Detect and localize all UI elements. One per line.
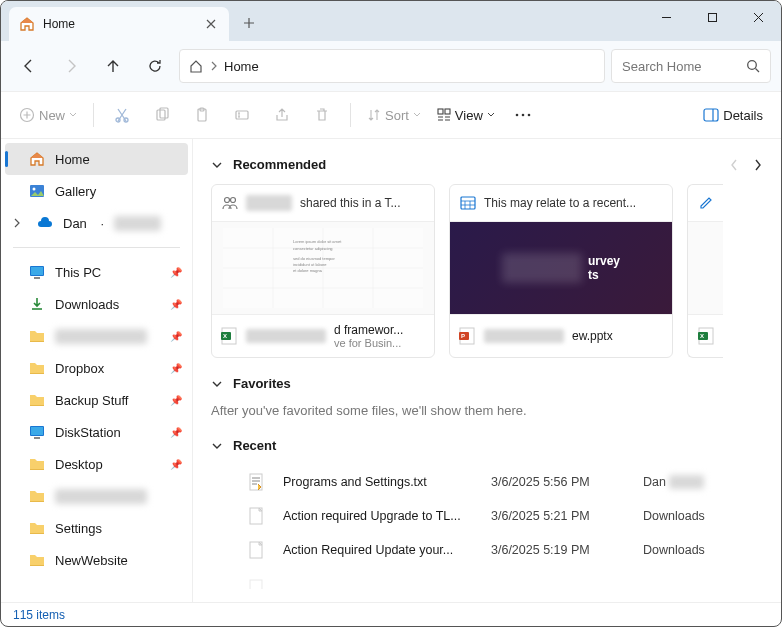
delete-button[interactable] bbox=[304, 98, 340, 132]
refresh-button[interactable] bbox=[137, 48, 173, 84]
sidebar-item-settings[interactable]: Settings bbox=[1, 512, 192, 544]
up-button[interactable] bbox=[95, 48, 131, 84]
folder-icon bbox=[29, 488, 45, 504]
search-icon bbox=[746, 59, 760, 73]
cut-button[interactable] bbox=[104, 98, 140, 132]
recommended-card[interactable]: shared this in a T... Lorem ipsum dolor … bbox=[211, 184, 435, 358]
pin-icon: 📌 bbox=[170, 427, 182, 438]
svg-point-1 bbox=[748, 61, 757, 70]
recent-file-row[interactable]: Action Required Update your... 3/6/2025 … bbox=[211, 533, 763, 567]
sidebar-item-this-pc[interactable]: This PC 📌 bbox=[1, 256, 192, 288]
chevron-down-icon[interactable] bbox=[211, 379, 223, 389]
svg-rect-19 bbox=[31, 267, 43, 275]
sidebar-item-desktop[interactable]: Desktop 📌 bbox=[1, 448, 192, 480]
redacted: x bbox=[669, 475, 703, 489]
recommended-card[interactable]: This may relate to a recent... urvey ts … bbox=[449, 184, 673, 358]
sidebar-item-downloads[interactable]: Downloads 📌 bbox=[1, 288, 192, 320]
doc-icon bbox=[247, 579, 271, 589]
carousel-prev-button[interactable] bbox=[729, 158, 739, 172]
doc-icon bbox=[247, 541, 271, 559]
svg-text:X: X bbox=[223, 333, 227, 339]
folder-icon bbox=[29, 360, 45, 376]
section-recommended-header: Recommended bbox=[211, 157, 763, 172]
recommended-card-partial[interactable]: X bbox=[687, 184, 723, 358]
forward-button[interactable] bbox=[53, 48, 89, 84]
svg-rect-20 bbox=[34, 277, 40, 279]
folder-icon bbox=[29, 328, 45, 344]
share-button[interactable] bbox=[264, 98, 300, 132]
sidebar-item-newwebsite[interactable]: NewWebsite bbox=[1, 544, 192, 576]
sidebar-item-onedrive[interactable]: Dan · x bbox=[1, 207, 192, 239]
svg-rect-22 bbox=[31, 427, 43, 435]
edit-icon bbox=[699, 196, 713, 210]
card-preview: urvey ts bbox=[450, 221, 672, 315]
home-icon bbox=[188, 58, 204, 74]
download-icon bbox=[29, 296, 45, 312]
sidebar-item-gallery[interactable]: Gallery bbox=[1, 175, 192, 207]
svg-point-24 bbox=[225, 198, 230, 203]
search-placeholder: Search Home bbox=[622, 59, 701, 74]
svg-text:Lorem ipsum dolor sit amet: Lorem ipsum dolor sit amet bbox=[293, 239, 342, 244]
recent-file-row[interactable]: Action required Upgrade to TL... 3/6/202… bbox=[211, 499, 763, 533]
chevron-down-icon[interactable] bbox=[211, 160, 223, 170]
sidebar-item-home[interactable]: Home bbox=[5, 143, 188, 175]
separator bbox=[13, 247, 180, 248]
svg-point-25 bbox=[231, 198, 236, 203]
breadcrumb[interactable]: Home bbox=[179, 49, 605, 83]
sidebar-item-backup-stuff[interactable]: Backup Stuff 📌 bbox=[1, 384, 192, 416]
folder-icon bbox=[29, 520, 45, 536]
view-button[interactable]: View bbox=[431, 98, 501, 132]
rename-button[interactable] bbox=[224, 98, 260, 132]
svg-point-13 bbox=[522, 114, 525, 117]
section-recent-header: Recent bbox=[211, 438, 763, 453]
sidebar-item-pinned-folder[interactable]: xxxxxxxx bbox=[1, 480, 192, 512]
pin-icon: 📌 bbox=[170, 331, 182, 342]
more-button[interactable] bbox=[505, 98, 541, 132]
close-button[interactable] bbox=[735, 1, 781, 33]
sort-button[interactable]: Sort bbox=[361, 98, 427, 132]
paste-button[interactable] bbox=[184, 98, 220, 132]
tab-title: Home bbox=[43, 17, 195, 31]
breadcrumb-current[interactable]: Home bbox=[224, 59, 259, 74]
svg-text:sed do eiusmod tempor: sed do eiusmod tempor bbox=[293, 256, 335, 261]
new-tab-button[interactable] bbox=[233, 7, 265, 39]
sidebar-item-dropbox[interactable]: Dropbox 📌 bbox=[1, 352, 192, 384]
copy-button[interactable] bbox=[144, 98, 180, 132]
sidebar-item-pinned-folder[interactable]: xxxxxxxx 📌 bbox=[1, 320, 192, 352]
recent-file-row[interactable]: Programs and Settings.txt 3/6/2025 5:56 … bbox=[211, 465, 763, 499]
address-bar-row: Home Search Home bbox=[1, 41, 781, 91]
new-button[interactable]: New bbox=[13, 98, 83, 132]
window-controls bbox=[643, 1, 781, 33]
sidebar-item-diskstation[interactable]: DiskStation 📌 bbox=[1, 416, 192, 448]
minimize-button[interactable] bbox=[643, 1, 689, 33]
svg-text:X: X bbox=[700, 333, 704, 339]
titlebar: Home bbox=[1, 1, 781, 41]
svg-rect-15 bbox=[704, 109, 718, 121]
chevron-down-icon[interactable] bbox=[211, 441, 223, 451]
folder-icon bbox=[29, 456, 45, 472]
pptx-icon: P bbox=[458, 327, 476, 345]
tab-close-button[interactable] bbox=[203, 16, 219, 32]
svg-text:consectetur adipiscing: consectetur adipiscing bbox=[293, 246, 333, 251]
svg-rect-0 bbox=[708, 13, 716, 21]
gallery-icon bbox=[29, 183, 45, 199]
statusbar: 115 items bbox=[1, 602, 781, 626]
chevron-right-icon[interactable] bbox=[13, 218, 27, 228]
toolbar: New Sort View Details bbox=[1, 91, 781, 139]
search-input[interactable]: Search Home bbox=[611, 49, 771, 83]
carousel-next-button[interactable] bbox=[753, 158, 763, 172]
recent-file-row[interactable] bbox=[211, 567, 763, 601]
svg-text:incididunt ut labore: incididunt ut labore bbox=[293, 262, 327, 267]
maximize-button[interactable] bbox=[689, 1, 735, 33]
redacted: xxxxxxxx bbox=[55, 329, 147, 344]
calendar-icon bbox=[460, 196, 476, 210]
redacted bbox=[484, 329, 564, 343]
svg-rect-10 bbox=[438, 109, 443, 114]
chevron-right-icon[interactable] bbox=[210, 61, 218, 71]
pin-icon: 📌 bbox=[170, 299, 182, 310]
separator bbox=[93, 103, 94, 127]
details-pane-button[interactable]: Details bbox=[697, 98, 769, 132]
back-button[interactable] bbox=[11, 48, 47, 84]
pin-icon: 📌 bbox=[170, 363, 182, 374]
tab-home[interactable]: Home bbox=[9, 7, 229, 41]
